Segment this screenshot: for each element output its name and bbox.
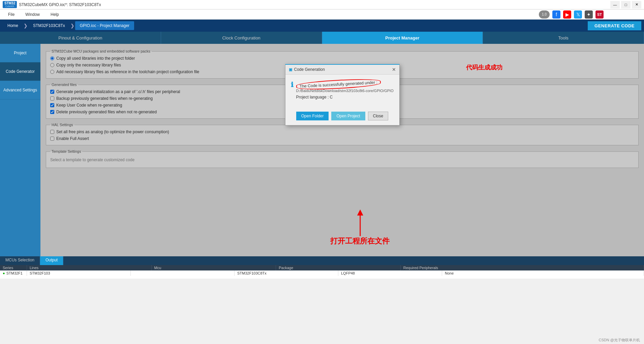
title-bar-controls: — □ ✕ xyxy=(610,1,641,8)
breadcrumb-project[interactable]: GPIO.ioc - Project Manager xyxy=(75,21,134,30)
dialog-close-btn[interactable]: Close xyxy=(368,112,389,120)
close-button[interactable]: ✕ xyxy=(632,1,641,8)
tab-clock[interactable]: Clock Configuration xyxy=(161,32,322,44)
td-mcu: STM32F103C8Tx xyxy=(235,270,338,276)
dialog-close-button[interactable]: ✕ xyxy=(392,67,396,72)
youtube-icon[interactable]: ▶ xyxy=(563,10,571,19)
menu-file[interactable]: File xyxy=(3,11,20,18)
main-layout: Project Code Generator Advanced Settings… xyxy=(0,44,644,256)
table-header: Series Lines Mcu Package Required Periph… xyxy=(0,265,644,270)
menu-window[interactable]: Window xyxy=(20,11,45,18)
bottom-tabs: MCUs Selection Output xyxy=(0,256,644,265)
td-package: LQFP48 xyxy=(338,270,442,276)
dialog-success-text: The Code is successfully generated under… xyxy=(296,80,394,89)
dialog-overlay: ▣ Code Generation ✕ ℹ The Code is succes… xyxy=(40,44,644,256)
content-area: STM32Cube MCU packages and embedded soft… xyxy=(40,44,644,256)
star-icon[interactable]: ✦ xyxy=(585,10,593,19)
dialog-titlebar: ▣ Code Generation ✕ xyxy=(285,65,399,75)
dialog-language: Project language : C xyxy=(296,95,394,99)
dialog-footer: Open Folder Open Project Close xyxy=(285,109,399,125)
title-bar: STM32 CubeMX STM32CubeMX GPIO.ioc*: STM3… xyxy=(0,0,644,9)
bottom-panel: MCUs Selection Output Series Lines Mcu P… xyxy=(0,256,644,279)
menu-bar: File Window Help 1.0 f ▶ 𝕏 ✦ ST xyxy=(0,9,644,20)
sidebar-item-advanced-settings[interactable]: Advanced Settings xyxy=(0,81,40,99)
twitter-icon[interactable]: 𝕏 xyxy=(574,10,582,19)
dialog-info: ℹ The Code is successfully generated und… xyxy=(291,80,394,99)
version-badge: 1.0 xyxy=(539,10,550,19)
sidebar-item-project[interactable]: Project xyxy=(0,44,40,62)
table-row: STM32F1 STM32F103 STM32F103C8Tx LQFP48 N… xyxy=(0,270,644,276)
bottom-table: Series Lines Mcu Package Required Periph… xyxy=(0,265,644,279)
window-title: STM32CubeMX GPIO.ioc*: STM32F103C8Tx xyxy=(19,2,101,7)
title-bar-left: STM32 CubeMX STM32CubeMX GPIO.ioc*: STM3… xyxy=(3,1,101,8)
td-lines xyxy=(131,270,235,276)
code-generation-dialog: ▣ Code Generation ✕ ℹ The Code is succes… xyxy=(285,64,400,125)
main-tab-bar: Pinout & Configuration Clock Configurati… xyxy=(0,32,644,44)
annotation-success-cn: 代码生成成功 xyxy=(466,63,502,71)
th-mcu: Mcu xyxy=(152,265,276,270)
th-series: Series xyxy=(0,265,27,270)
sidebar: Project Code Generator Advanced Settings xyxy=(0,44,40,256)
open-folder-button[interactable]: Open Folder xyxy=(296,112,329,120)
open-project-button[interactable]: Open Project xyxy=(331,112,365,120)
tab-tools[interactable]: Tools xyxy=(483,32,644,44)
td-peripherals: None xyxy=(442,270,644,276)
td-name: STM32F1 xyxy=(0,270,27,276)
menu-right: 1.0 f ▶ 𝕏 ✦ ST xyxy=(539,10,604,19)
dialog-body: ℹ The Code is successfully generated und… xyxy=(285,75,399,109)
th-lines: Lines xyxy=(27,265,152,270)
sidebar-item-code-generator[interactable]: Code Generator xyxy=(0,62,40,81)
th-peripherals: Required Peripherals xyxy=(401,265,644,270)
info-icon: ℹ xyxy=(291,81,294,89)
menu-help[interactable]: Help xyxy=(45,11,64,18)
bottom-tab-output[interactable]: Output xyxy=(40,256,63,265)
breadcrumb-bar: Home ❯ STM32F103C8Tx ❯ GPIO.ioc - Projec… xyxy=(0,20,644,32)
breadcrumb-mcu[interactable]: STM32F103C8Tx xyxy=(28,21,70,30)
tab-pinout[interactable]: Pinout & Configuration xyxy=(0,32,161,44)
generate-code-button[interactable]: GENERATE CODE xyxy=(588,21,641,30)
copyright: CSDN @光子物联单片机 xyxy=(599,338,640,343)
td-series: STM32F103 xyxy=(27,270,131,276)
th-package: Package xyxy=(276,265,401,270)
maximize-button[interactable]: □ xyxy=(621,1,631,8)
stm-logo: STM32 CubeMX xyxy=(3,1,17,8)
breadcrumb-home[interactable]: Home xyxy=(3,21,23,30)
facebook-icon[interactable]: f xyxy=(552,10,560,19)
dialog-title-label: Code Generation xyxy=(294,67,325,72)
tab-project-manager[interactable]: Project Manager xyxy=(322,32,483,44)
bottom-tab-mcus[interactable]: MCUs Selection xyxy=(0,256,40,265)
minimize-button[interactable]: — xyxy=(610,1,620,8)
st-icon[interactable]: ST xyxy=(595,10,604,19)
